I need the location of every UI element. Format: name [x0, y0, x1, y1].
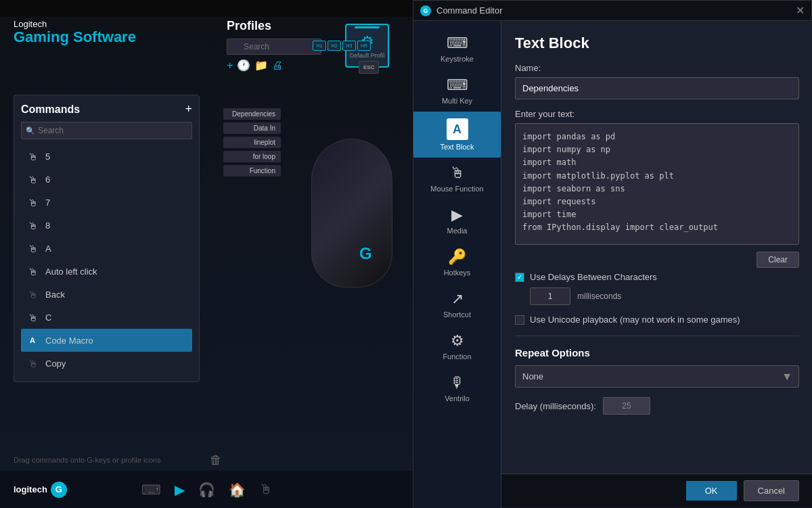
- dialog-logo-icon: G: [420, 5, 431, 16]
- sidebar-item-mousefunction[interactable]: 🖱 Mouse Function: [413, 158, 501, 200]
- command-icon: 🖱: [25, 287, 40, 302]
- command-icon: 🖱: [25, 356, 40, 371]
- command-icon: A: [25, 333, 40, 348]
- list-item[interactable]: 🖱 Copy: [21, 352, 192, 375]
- dialog-footer: OK Cancel: [501, 474, 812, 507]
- dialog-sidebar: ⌨ Keystroke ⌨ Multi Key A Text Block 🖱 M…: [413, 21, 501, 508]
- ok-button[interactable]: OK: [686, 481, 737, 501]
- commands-search-icon: 🔍: [26, 126, 35, 135]
- use-unicode-label: Use Unicode playback (may not work in so…: [530, 315, 740, 325]
- mousefunction-icon: 🖱: [450, 164, 465, 182]
- profile-icon-bar: [355, 26, 380, 28]
- headset-device-icon[interactable]: 🎧: [198, 482, 215, 498]
- app-header: [0, 0, 413, 17]
- sidebar-item-function[interactable]: ⚙ Function: [413, 325, 501, 367]
- sidebar-item-textblock[interactable]: A Text Block: [413, 112, 501, 158]
- home-device-icon[interactable]: 🏠: [229, 482, 246, 498]
- profiles-search-input[interactable]: [227, 39, 321, 55]
- commands-header: Commands +: [21, 102, 192, 116]
- function-icon: ⚙: [451, 332, 464, 350]
- sidebar-item-shortcut[interactable]: ↗ Shortcut: [413, 283, 501, 325]
- list-item[interactable]: 🖱 7: [21, 191, 192, 214]
- gkey-labels: Dependencies Data In lineplot for loop F…: [223, 108, 281, 179]
- keystroke-icon: ⌨: [447, 34, 468, 52]
- delay-input-row: milliseconds: [530, 287, 799, 305]
- brand-gaming: Gaming Software: [14, 29, 136, 45]
- delay-ms-value-input[interactable]: [603, 397, 650, 415]
- cancel-button[interactable]: Cancel: [744, 480, 799, 501]
- sidebar-label-multikey: Multi Key: [442, 97, 472, 105]
- section-divider: [515, 336, 799, 336]
- list-item[interactable]: 🖱 A: [21, 237, 192, 260]
- gkey-label-function[interactable]: Function: [223, 165, 281, 177]
- shortcut-icon: ↗: [451, 290, 464, 308]
- keyboard-device-icon[interactable]: ⌨: [141, 482, 161, 498]
- top-key-h1[interactable]: H1: [313, 41, 326, 51]
- clear-button[interactable]: Clear: [757, 252, 799, 268]
- sidebar-item-keystroke[interactable]: ⌨ Keystroke: [413, 28, 501, 70]
- list-item[interactable]: 🖱 C: [21, 306, 192, 329]
- delay-ms-input[interactable]: [530, 287, 570, 305]
- sidebar-item-multikey[interactable]: ⌨ Multi Key: [413, 70, 501, 112]
- folder-button[interactable]: 📁: [254, 59, 268, 72]
- hotkeys-icon: 🔑: [448, 248, 466, 266]
- dialog-close-button[interactable]: ✕: [796, 4, 805, 17]
- profile-icon-label: Default Profil: [350, 52, 385, 59]
- gkey-label-datain[interactable]: Data In: [223, 122, 281, 134]
- command-icon: 🖱: [25, 241, 40, 256]
- bottom-hint: Drag commands onto G-keys or profile ico…: [14, 456, 161, 464]
- command-editor-dialog: G Command Editor ✕ ⌨ Keystroke ⌨ Multi K…: [413, 0, 812, 508]
- sidebar-label-function: Function: [443, 352, 471, 361]
- list-item[interactable]: 🖱 5: [21, 145, 192, 168]
- top-key-hr[interactable]: HR: [357, 41, 371, 51]
- sidebar-label-media: Media: [447, 227, 468, 235]
- history-button[interactable]: 🕐: [237, 59, 250, 72]
- commands-search-input[interactable]: [21, 122, 192, 139]
- dialog-title: Command Editor: [436, 5, 796, 16]
- add-command-button[interactable]: +: [185, 102, 192, 116]
- list-item-active[interactable]: A Code Macro: [21, 329, 192, 352]
- top-keys-row: H1 H2 H3 HR: [313, 41, 371, 51]
- dialog-titlebar: G Command Editor ✕: [413, 1, 811, 21]
- command-icon: 🖱: [25, 172, 40, 187]
- command-icon: 🖱: [25, 264, 40, 279]
- use-delays-label: Use Delays Between Characters: [530, 272, 657, 282]
- print-button[interactable]: 🖨: [272, 60, 283, 72]
- multikey-icon: ⌨: [447, 76, 468, 94]
- command-icon: 🖱: [25, 310, 40, 325]
- sidebar-item-media[interactable]: ▶ Media: [413, 200, 501, 241]
- add-profile-button[interactable]: +: [227, 60, 233, 72]
- mouse-logo: G: [359, 244, 372, 263]
- textarea-wrap: import pandas as pd import numpy as np i…: [515, 123, 799, 248]
- gkey-label-lineplot[interactable]: lineplot: [223, 137, 281, 148]
- list-item[interactable]: 🖱 Back: [21, 283, 192, 306]
- use-unicode-row: Use Unicode playback (may not work in so…: [515, 315, 799, 325]
- sidebar-item-ventrilo[interactable]: 🎙 Ventrilo: [413, 367, 501, 409]
- delay-ms-unit: milliseconds: [577, 292, 621, 301]
- ventrilo-icon: 🎙: [450, 374, 465, 392]
- delete-button[interactable]: 🗑: [210, 453, 222, 467]
- gkey-label-dependencies[interactable]: Dependencies: [223, 108, 281, 120]
- delay-ms-label: Delay (milliseconds):: [515, 401, 596, 411]
- commands-search-wrap: 🔍: [21, 122, 192, 139]
- name-input[interactable]: [515, 77, 799, 99]
- top-key-h3[interactable]: H3: [342, 41, 356, 51]
- mouse-device-icon[interactable]: 🖱: [259, 482, 273, 497]
- repeat-select[interactable]: None While held Toggle Repeat count: [515, 365, 799, 388]
- esc-key[interactable]: ESC: [359, 61, 379, 74]
- use-unicode-checkbox[interactable]: [515, 315, 524, 325]
- bottom-device-icons: ⌨ ▶ 🎧 🏠 🖱: [141, 482, 273, 498]
- use-delays-checkbox[interactable]: ✓: [515, 273, 524, 282]
- text-input[interactable]: import pandas as pd import numpy as np i…: [515, 123, 799, 245]
- sidebar-label-ventrilo: Ventrilo: [445, 394, 470, 402]
- list-item[interactable]: 🖱 6: [21, 168, 192, 191]
- command-icon: 🖱: [25, 218, 40, 233]
- media-icon: ▶: [451, 206, 463, 224]
- dialog-content-area: Text Block Name: Enter your text: import…: [501, 21, 812, 508]
- sidebar-item-hotkeys[interactable]: 🔑 Hotkeys: [413, 241, 501, 283]
- text-label: Enter your text:: [515, 109, 799, 119]
- list-item[interactable]: 🖱 8: [21, 214, 192, 237]
- gkey-label-forloop[interactable]: for loop: [223, 151, 281, 162]
- list-item[interactable]: 🖱 Auto left click: [21, 260, 192, 283]
- top-key-h2[interactable]: H2: [328, 41, 341, 51]
